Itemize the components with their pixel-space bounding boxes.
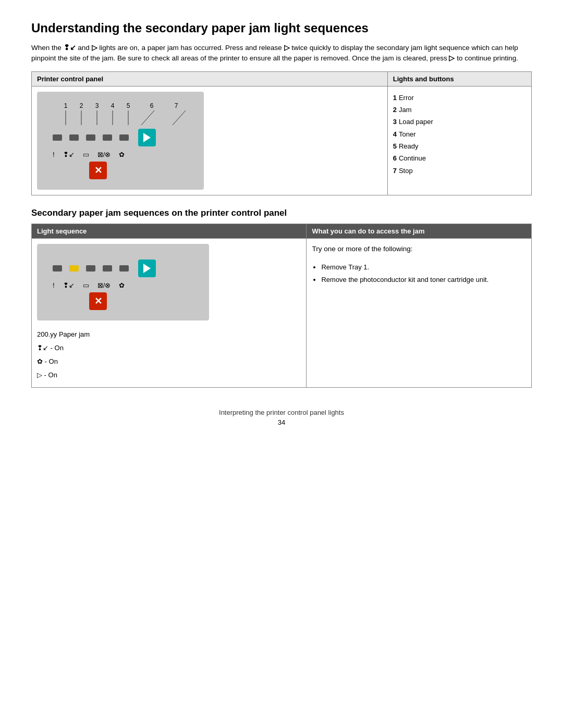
continue-button-2[interactable] — [138, 260, 156, 277]
svg-line-6 — [173, 110, 186, 125]
jam-access-cell: Try one or more of the following: Remove… — [307, 238, 532, 387]
list-item-1: 1Error — [393, 92, 526, 104]
light-1 — [53, 134, 62, 141]
col1-header: Printer control panel — [32, 71, 388, 86]
footer-text: Interpreting the printer control panel l… — [31, 409, 532, 416]
ready-icon-2: ✿ — [119, 281, 125, 289]
section2-title: Secondary paper jam sequences on the pri… — [31, 208, 532, 218]
printer-panel-diagram: 1 2 3 4 5 6 7 — [37, 92, 204, 190]
x-icon-2: ✕ — [94, 297, 102, 306]
light-3 — [86, 134, 95, 141]
page-title: Understanding the secondary paper jam li… — [31, 21, 532, 35]
light-2 — [69, 134, 79, 141]
load-paper-icon-2: ▭ — [83, 281, 89, 289]
jam-icon: ❢↙ — [63, 151, 75, 158]
light2-2-yellow — [69, 265, 79, 272]
light-5 — [119, 134, 129, 141]
list-item-2: 2Jam — [393, 104, 526, 116]
jam-sequences-table: Light sequence What you can do to access… — [31, 224, 532, 388]
jam-bullet-1: Remove Tray 1. — [321, 262, 526, 273]
light2-1 — [53, 265, 62, 272]
x-icon: ✕ — [94, 166, 102, 175]
icons-row: ! ❢↙ ▭ ⊠/⊗ ✿ — [47, 151, 193, 158]
list-item-3: 3Load paper — [393, 116, 526, 128]
jam-info-list: Remove Tray 1. Remove the photoconductor… — [321, 262, 526, 286]
jam-bullet-2: Remove the photoconductor kit and toner … — [321, 274, 526, 286]
light-4 — [103, 134, 112, 141]
printer-control-table: Printer control panel Lights and buttons… — [31, 71, 532, 195]
error-icon: ! — [53, 151, 55, 158]
light2-3 — [86, 265, 95, 272]
list-item-7: 7Stop — [393, 165, 526, 177]
lights-list-cell: 1Error 2Jam 3Load paper 4Toner 5Ready 6C… — [387, 86, 531, 195]
lights-row-2 — [47, 260, 199, 277]
jam-col1-header: Light sequence — [32, 224, 307, 238]
legend-line-1: 200.yy Paper jam — [37, 328, 301, 341]
play-icon — [143, 133, 151, 142]
jam-info-intro: Try one or more of the following: — [312, 244, 526, 254]
legend-line-2: ❢↙ - On — [37, 341, 301, 355]
stop-button[interactable]: ✕ — [89, 162, 107, 179]
col2-header: Lights and buttons — [387, 71, 531, 86]
ready-icon: ✿ — [119, 151, 125, 158]
lights-row — [47, 129, 193, 146]
icons-row-2: ! ❢↙ ▭ ⊠/⊗ ✿ — [47, 281, 199, 289]
stop-button-2[interactable]: ✕ — [89, 292, 107, 310]
list-item-6: 6Continue — [393, 152, 526, 164]
panel-cell: 1 2 3 4 5 6 7 — [32, 86, 388, 195]
printer-panel-diagram-2: ! ❢↙ ▭ ⊠/⊗ ✿ ✕ — [37, 244, 209, 320]
legend-line-3: ✿ - On — [37, 355, 301, 368]
intro-paragraph: When the ❢↙ and ▷ lights are on, a paper… — [31, 43, 532, 64]
jam-col2-header: What you can do to access the jam — [307, 224, 532, 238]
toner-icon-2: ⊠/⊗ — [97, 281, 111, 289]
jam-info-block: Try one or more of the following: Remove… — [312, 244, 526, 286]
connector-lines-svg — [58, 110, 204, 125]
light-sequence-cell: ! ❢↙ ▭ ⊠/⊗ ✿ ✕ 200.yy Paper jam ❢↙ - On … — [32, 238, 307, 387]
list-item-4: 4Toner — [393, 128, 526, 140]
lights-list: 1Error 2Jam 3Load paper 4Toner 5Ready 6C… — [393, 92, 526, 177]
play-icon-2 — [143, 264, 151, 273]
continue-button[interactable] — [138, 129, 156, 146]
jam-icon-2: ❢↙ — [63, 281, 75, 289]
light2-5 — [119, 265, 129, 272]
toner-icon: ⊠/⊗ — [97, 151, 111, 158]
legend-line-4: ▷ - On — [37, 368, 301, 382]
error-icon-2: ! — [53, 281, 55, 289]
svg-line-5 — [141, 110, 154, 125]
legend-block: 200.yy Paper jam ❢↙ - On ✿ - On ▷ - On — [37, 328, 301, 382]
list-item-5: 5Ready — [393, 140, 526, 152]
light2-4 — [103, 265, 112, 272]
load-paper-icon: ▭ — [83, 151, 89, 158]
page-number: 34 — [31, 418, 532, 426]
